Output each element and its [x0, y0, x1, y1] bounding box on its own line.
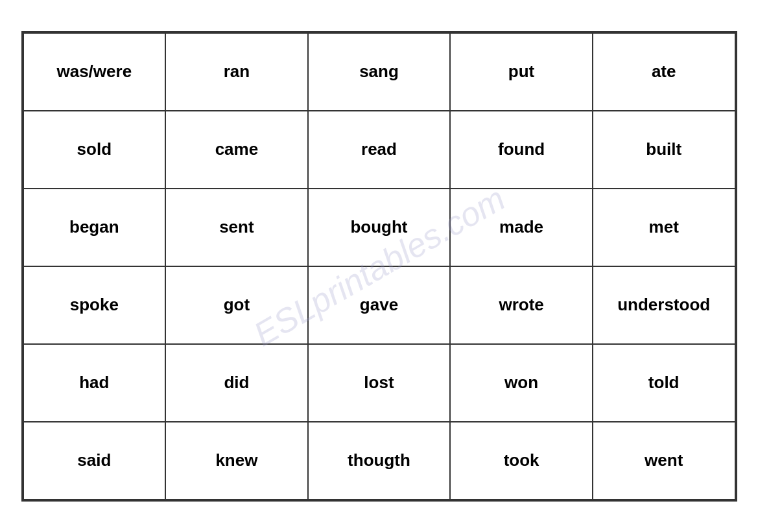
irregular-verbs-table: was/wereransangputatesoldcamereadfoundbu…	[23, 32, 736, 500]
table-cell: spoke	[23, 266, 166, 344]
table-cell: ate	[593, 33, 735, 111]
table-cell: sang	[308, 33, 451, 111]
table-cell: made	[450, 189, 593, 266]
table-cell: ran	[165, 33, 308, 111]
table-cell: began	[23, 189, 166, 266]
table-cell: bought	[308, 189, 451, 266]
main-table-container: was/wereransangputatesoldcamereadfoundbu…	[21, 31, 737, 502]
table-row: soldcamereadfoundbuilt	[23, 111, 735, 189]
table-row: saidknewthougthtookwent	[23, 422, 735, 500]
table-cell: found	[450, 111, 593, 189]
table-cell: sold	[23, 111, 166, 189]
table-cell: said	[23, 422, 166, 500]
table-cell: gave	[308, 266, 451, 344]
table-cell: was/were	[23, 33, 166, 111]
table-row: begansentboughtmademet	[23, 189, 735, 266]
table-cell: thougth	[308, 422, 451, 500]
table-cell: went	[593, 422, 735, 500]
table-cell: took	[450, 422, 593, 500]
table-cell: told	[593, 344, 735, 422]
table-cell: came	[165, 111, 308, 189]
table-row: spokegotgavewroteunderstood	[23, 266, 735, 344]
table-cell: knew	[165, 422, 308, 500]
table-cell: understood	[593, 266, 735, 344]
table-row: was/wereransangputate	[23, 33, 735, 111]
table-cell: lost	[308, 344, 451, 422]
table-cell: won	[450, 344, 593, 422]
table-cell: built	[593, 111, 735, 189]
table-row: haddidlostwontold	[23, 344, 735, 422]
table-cell: sent	[165, 189, 308, 266]
table-cell: put	[450, 33, 593, 111]
table-cell: had	[23, 344, 166, 422]
table-cell: read	[308, 111, 451, 189]
table-cell: did	[165, 344, 308, 422]
table-cell: wrote	[450, 266, 593, 344]
table-cell: got	[165, 266, 308, 344]
table-cell: met	[593, 189, 735, 266]
